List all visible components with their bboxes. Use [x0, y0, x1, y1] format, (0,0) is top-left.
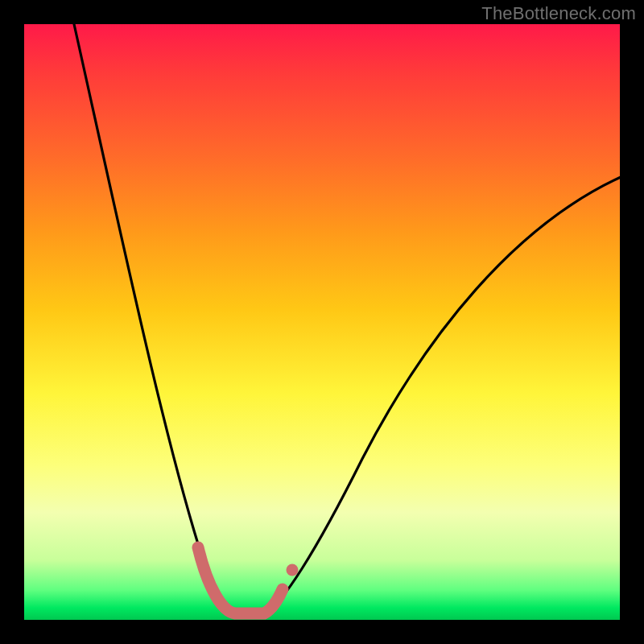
valley-marker-segment: [198, 547, 283, 613]
valley-marker-dot: [287, 564, 299, 576]
bottleneck-curve-svg: [24, 24, 620, 620]
chart-frame: TheBottleneck.com: [0, 0, 644, 644]
bottleneck-curve: [74, 24, 621, 613]
watermark-text: TheBottleneck.com: [481, 3, 636, 24]
